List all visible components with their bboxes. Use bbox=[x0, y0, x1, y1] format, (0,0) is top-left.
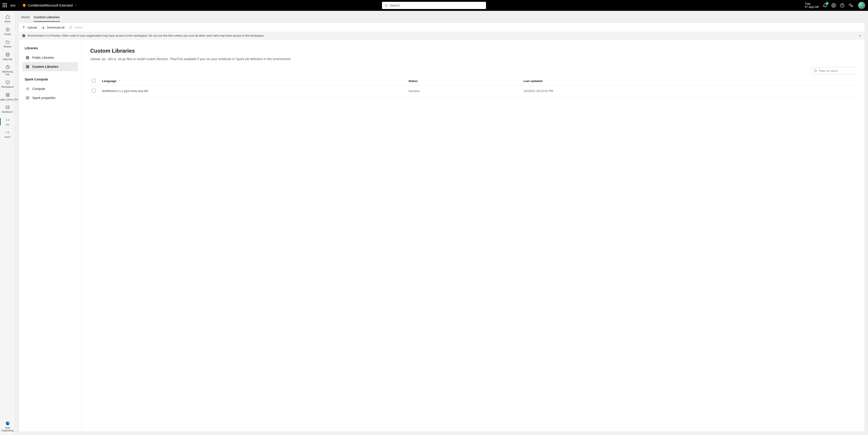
svg-rect-18 bbox=[8, 95, 9, 96]
row-status: Success bbox=[407, 86, 522, 96]
settings-button[interactable] bbox=[831, 3, 836, 8]
svg-rect-28 bbox=[26, 56, 27, 59]
svg-rect-30 bbox=[28, 57, 29, 59]
main: Home Custom Libraries Upload Download al… bbox=[16, 11, 868, 435]
monitor-icon bbox=[5, 65, 10, 70]
side-nav: Libraries Public Libraries Custom Librar… bbox=[19, 39, 82, 432]
page-title: Custom Libraries bbox=[90, 48, 857, 54]
side-item-label: Spark properties bbox=[32, 96, 56, 100]
col-language-label: Language bbox=[102, 79, 116, 83]
code-icon bbox=[5, 130, 10, 135]
rail-workspaces[interactable]: Workspaces bbox=[0, 78, 15, 90]
search-input[interactable] bbox=[390, 4, 484, 7]
topbar-right: Trial: 57 days left 6 bbox=[805, 2, 865, 9]
list-icon bbox=[26, 96, 30, 100]
svg-rect-29 bbox=[27, 56, 28, 59]
svg-rect-15 bbox=[6, 93, 7, 94]
library-icon bbox=[26, 56, 30, 60]
svg-rect-16 bbox=[8, 93, 9, 94]
database-icon bbox=[5, 52, 10, 57]
rail-create[interactable]: Create bbox=[0, 25, 15, 37]
rail-home[interactable]: Home bbox=[0, 13, 15, 25]
rail-monitoring[interactable]: Monitoring hub bbox=[0, 63, 15, 77]
svg-rect-17 bbox=[6, 95, 7, 96]
trial-status[interactable]: Trial: 57 days left bbox=[805, 2, 819, 9]
svg-line-40 bbox=[816, 71, 817, 72]
rail-label: Data hub bbox=[3, 58, 12, 61]
close-icon[interactable] bbox=[858, 34, 862, 37]
svg-point-11 bbox=[6, 53, 9, 54]
app-launcher-icon[interactable] bbox=[3, 3, 7, 8]
libraries-table: Language ↑ Status Last updated testWheel… bbox=[90, 76, 857, 96]
rail-datahub[interactable]: Data hub bbox=[0, 51, 15, 63]
row-updated: 10/24/23, 04:22:02 PM bbox=[522, 86, 857, 96]
col-last-updated[interactable]: Last updated bbox=[522, 76, 857, 86]
shield-icon bbox=[22, 3, 26, 7]
rail-label: Monitoring hub bbox=[0, 70, 15, 76]
rail-label: env11 bbox=[4, 136, 11, 138]
sensitivity-label: Confidential\Microsoft Extended bbox=[28, 4, 73, 7]
help-button[interactable] bbox=[840, 3, 844, 8]
filter-box[interactable] bbox=[811, 67, 857, 74]
layout: Home Create Browse Data hub Monitoring h… bbox=[0, 11, 868, 435]
home-icon bbox=[5, 14, 10, 20]
svg-rect-32 bbox=[27, 65, 28, 68]
trash-icon bbox=[69, 26, 72, 29]
info-icon bbox=[22, 34, 26, 37]
upload-button[interactable]: Upload bbox=[22, 26, 37, 29]
upload-label: Upload bbox=[27, 26, 37, 29]
select-all-checkbox[interactable] bbox=[92, 79, 96, 83]
rail-notebook[interactable]: Notebook 1 bbox=[0, 103, 15, 115]
banner-text: Environment is in Preview. Other users i… bbox=[28, 34, 264, 37]
svg-point-2 bbox=[833, 5, 834, 6]
detail-panel: Custom Libraries Upload .jar, .whl or .t… bbox=[82, 39, 865, 432]
rail-persona[interactable]: Data Engineering bbox=[0, 418, 15, 435]
avatar[interactable] bbox=[858, 2, 865, 9]
library-icon bbox=[26, 65, 30, 69]
code-icon bbox=[5, 105, 10, 110]
feedback-button[interactable] bbox=[848, 3, 853, 8]
topbar: env Confidential\Microsoft Extended Tria… bbox=[0, 0, 868, 11]
rail-label: Home bbox=[4, 20, 11, 23]
svg-line-7 bbox=[850, 5, 851, 6]
svg-rect-31 bbox=[26, 65, 27, 68]
row-name: testWheel-0.1.1-py3-none-any.whl bbox=[100, 86, 407, 96]
sensitivity-dropdown[interactable]: Confidential\Microsoft Extended bbox=[22, 3, 77, 7]
table-row[interactable]: testWheel-0.1.1-py3-none-any.whl Success… bbox=[90, 86, 857, 96]
side-item-label: Compute bbox=[32, 87, 45, 91]
side-compute[interactable]: Compute bbox=[22, 84, 78, 93]
rail-env11[interactable]: env11 bbox=[0, 128, 15, 140]
col-language[interactable]: Language ↑ bbox=[100, 76, 407, 86]
download-all-label: Download all bbox=[47, 26, 64, 29]
rail-label: Notebook 1 bbox=[2, 111, 13, 114]
side-public-libraries[interactable]: Public Libraries bbox=[22, 53, 78, 62]
global-search[interactable] bbox=[382, 2, 486, 9]
tab-home[interactable]: Home bbox=[21, 15, 30, 22]
rail-label: Shuaijun_Demo_Env bbox=[0, 98, 18, 101]
rail-label: Create bbox=[4, 33, 11, 36]
side-spark-properties[interactable]: Spark properties bbox=[22, 93, 78, 102]
content-card: Libraries Public Libraries Custom Librar… bbox=[19, 39, 865, 432]
search-icon bbox=[814, 69, 817, 72]
svg-line-1 bbox=[387, 6, 388, 7]
folder-icon bbox=[5, 39, 10, 44]
filter-input[interactable] bbox=[819, 69, 857, 72]
col-status[interactable]: Status bbox=[407, 76, 522, 86]
trial-label: Trial: bbox=[805, 2, 819, 5]
code-icon bbox=[5, 118, 10, 122]
rail-env[interactable]: env bbox=[0, 116, 15, 128]
svg-point-3 bbox=[840, 4, 844, 7]
rail-label: env bbox=[6, 123, 9, 126]
download-all-button[interactable]: Download all bbox=[41, 26, 64, 29]
rail-workspace-item[interactable]: Shuaijun_Demo_Env bbox=[0, 91, 15, 103]
rail-browse[interactable]: Browse bbox=[0, 38, 15, 50]
rail-label: Browse bbox=[4, 45, 11, 48]
delete-label: Delete bbox=[74, 26, 83, 29]
svg-rect-33 bbox=[28, 65, 29, 68]
notifications-button[interactable]: 6 bbox=[823, 3, 827, 8]
chevron-down-icon bbox=[74, 4, 77, 7]
side-custom-libraries[interactable]: Custom Libraries bbox=[22, 62, 78, 71]
svg-point-0 bbox=[385, 4, 387, 6]
tab-custom-libraries[interactable]: Custom Libraries bbox=[34, 15, 60, 22]
row-checkbox[interactable] bbox=[92, 89, 96, 92]
